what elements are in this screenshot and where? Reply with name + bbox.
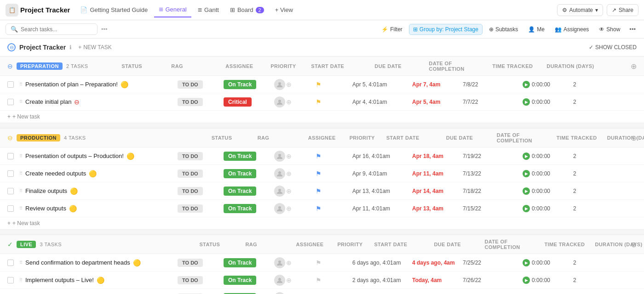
priority-live-1[interactable]: ⚑ xyxy=(316,259,352,266)
new-task-row-prod[interactable]: + + New task xyxy=(0,217,644,229)
status-prod-4[interactable]: TO DO xyxy=(178,204,224,213)
assignee-live-2[interactable]: ⊕ xyxy=(274,275,316,286)
share-icon: ↗ xyxy=(612,7,616,13)
share-button[interactable]: ↗ Share xyxy=(607,4,638,16)
task-checkbox-live-1[interactable] xyxy=(7,260,14,266)
task-name-prod-1[interactable]: ⠿ Presentation of outputs – Production! … xyxy=(7,153,178,160)
task-name-prod-3[interactable]: ⠿ Finalize outputs 🟡 xyxy=(7,187,178,195)
toolbar-more-icon[interactable]: ••• xyxy=(627,24,638,34)
group-add-production[interactable]: ⊕ xyxy=(631,134,637,142)
time-icon-prod-1[interactable]: ▶ xyxy=(523,153,530,160)
task-checkbox-prod-3[interactable] xyxy=(7,188,14,194)
subtasks-button[interactable]: ⊕ Subtasks xyxy=(485,24,522,34)
task-checkbox-prod-2[interactable] xyxy=(7,170,14,177)
assignee-prod-3[interactable]: ⊕ xyxy=(274,186,316,197)
status-live-2[interactable]: TO DO xyxy=(178,276,224,284)
search-box[interactable]: 🔍 xyxy=(6,23,98,35)
group-add-live[interactable]: ⊕ xyxy=(631,240,637,249)
automate-button[interactable]: ⚙ Automate ▾ xyxy=(557,4,603,16)
status-prod-2[interactable]: TO DO xyxy=(178,170,224,178)
task-name-prep-1[interactable]: ⠿ Presentation of plan – Preparation! 🟡 xyxy=(7,81,178,88)
rag-prep-2[interactable]: Critical xyxy=(224,97,274,107)
rag-prep-1[interactable]: On Track xyxy=(224,80,274,89)
assignees-button[interactable]: 👥 Assignees xyxy=(551,24,592,34)
toolbar-dots[interactable]: ••• xyxy=(101,26,108,33)
priority-prep-1[interactable]: ⚑ xyxy=(316,81,352,88)
priority-prod-4[interactable]: ⚑ xyxy=(316,205,352,212)
task-name-live-2[interactable]: ⠿ Implement outputs – Live! 🟡 xyxy=(7,277,178,284)
show-closed-button[interactable]: ✓ SHOW CLOSED xyxy=(589,44,637,51)
status-prod-3[interactable]: TO DO xyxy=(178,187,224,195)
group-add-preparation[interactable]: ⊕ xyxy=(631,62,637,71)
assignee-prep-1[interactable]: ⊕ xyxy=(274,79,316,90)
task-checkbox-prod-1[interactable] xyxy=(7,153,14,159)
tab-getting-started[interactable]: 📄 Getting Started Guide xyxy=(75,4,152,16)
add-assignee-prod-2[interactable]: ⊕ xyxy=(286,170,292,177)
add-assignee-prod-4[interactable]: ⊕ xyxy=(286,205,292,212)
group-toggle-live[interactable]: ✓ xyxy=(7,241,13,248)
tab-board[interactable]: ⊞ Board 2 xyxy=(225,4,269,16)
task-name-prod-4[interactable]: ⠿ Review outputs 🟡 xyxy=(7,205,178,212)
group-toggle-preparation[interactable]: ⊖ xyxy=(7,62,13,70)
group-toggle-production[interactable]: ⊖ xyxy=(7,134,13,141)
add-assignee-icon[interactable]: ⊕ xyxy=(286,81,292,88)
status-prod-1[interactable]: TO DO xyxy=(178,152,224,160)
time-icon-live-1[interactable]: ▶ xyxy=(523,259,530,266)
new-task-button[interactable]: + NEW TASK xyxy=(75,43,115,51)
priority-prod-1[interactable]: ⚑ xyxy=(316,153,352,160)
rag-prod-3[interactable]: On Track xyxy=(224,187,274,196)
filter-button[interactable]: ⚡ Filter xyxy=(378,24,406,34)
show-button[interactable]: 👁 Show xyxy=(595,24,624,34)
priority-prod-2[interactable]: ⚑ xyxy=(316,170,352,177)
assignee-prod-2[interactable]: ⊕ xyxy=(274,168,316,179)
assignee-live-1[interactable]: ⊕ xyxy=(274,257,316,268)
task-checkbox-live-2[interactable] xyxy=(7,277,14,283)
priority-prod-3[interactable]: ⚑ xyxy=(316,187,352,195)
me-button[interactable]: 👤 Me xyxy=(524,24,548,34)
time-icon-live-2[interactable]: ▶ xyxy=(523,277,530,284)
priority-live-2[interactable]: ⚑ xyxy=(316,277,352,284)
add-assignee-live-1[interactable]: ⊕ xyxy=(286,259,292,266)
rag-prod-4[interactable]: On Track xyxy=(224,204,274,213)
assignee-prod-4[interactable]: ⊕ xyxy=(274,203,316,214)
assignee-prod-1[interactable]: ⊕ xyxy=(274,151,316,162)
time-icon-prod-3[interactable]: ▶ xyxy=(523,187,530,195)
new-task-row-prep[interactable]: + + New task xyxy=(0,111,644,123)
tab-general[interactable]: ≡ General xyxy=(154,3,191,17)
rag-live-1[interactable]: On Track xyxy=(224,258,274,267)
status-prep-2[interactable]: TO DO xyxy=(178,98,224,106)
add-assignee-prod-1[interactable]: ⊕ xyxy=(286,153,292,160)
assignee-live-3[interactable]: ⊕ xyxy=(274,292,316,294)
assignee-prep-2[interactable]: ⊕ xyxy=(274,96,316,107)
time-icon-prod-2[interactable]: ▶ xyxy=(523,170,530,177)
add-assignee-prod-3[interactable]: ⊕ xyxy=(286,187,292,195)
task-name-prod-2[interactable]: ⠿ Create needed outputs 🟡 xyxy=(7,170,178,177)
time-icon-prod-4[interactable]: ▶ xyxy=(523,205,530,212)
rag-prod-2[interactable]: On Track xyxy=(224,169,274,178)
rag-prod-1[interactable]: On Track xyxy=(224,152,274,161)
assignees-icon: 👥 xyxy=(555,26,562,33)
time-play-icon-prep-1[interactable]: ▶ xyxy=(523,81,530,88)
tab-gantt[interactable]: ≡ Gantt xyxy=(193,3,224,17)
group-by-button[interactable]: ⊞ Group by: Project Stage xyxy=(409,24,483,35)
task-checkbox-prod-4[interactable] xyxy=(7,205,14,212)
tab-add-view[interactable]: + View xyxy=(270,4,298,16)
task-drag-icon-2: ⠿ xyxy=(19,99,23,104)
priority-prep-2[interactable]: ⚑ xyxy=(316,98,352,106)
status-prep-1[interactable]: TO DO xyxy=(178,80,224,89)
project-toggle-icon[interactable]: ⊖ xyxy=(7,43,16,51)
task-name-prep-2[interactable]: ⠿ Create initial plan ⊖ xyxy=(7,98,178,106)
add-assignee-live-2[interactable]: ⊕ xyxy=(286,277,292,284)
task-label-prod-4: Review outputs xyxy=(25,205,66,212)
status-live-1[interactable]: TO DO xyxy=(178,259,224,267)
task-checkbox-prep-1[interactable] xyxy=(7,81,14,88)
info-icon[interactable]: ℹ xyxy=(69,44,72,51)
task-name-live-1[interactable]: ⠿ Send confirmation to department heads … xyxy=(7,259,178,266)
rag-live-2[interactable]: On Track xyxy=(224,276,274,285)
emoji-prod-2: 🟡 xyxy=(89,170,97,177)
add-assignee-icon-2[interactable]: ⊕ xyxy=(286,98,292,106)
tab-gantt-label: Gantt xyxy=(204,6,219,13)
time-play-icon-prep-2[interactable]: ▶ xyxy=(523,98,530,106)
task-checkbox-prep-2[interactable] xyxy=(7,99,14,105)
search-input[interactable] xyxy=(21,26,85,33)
